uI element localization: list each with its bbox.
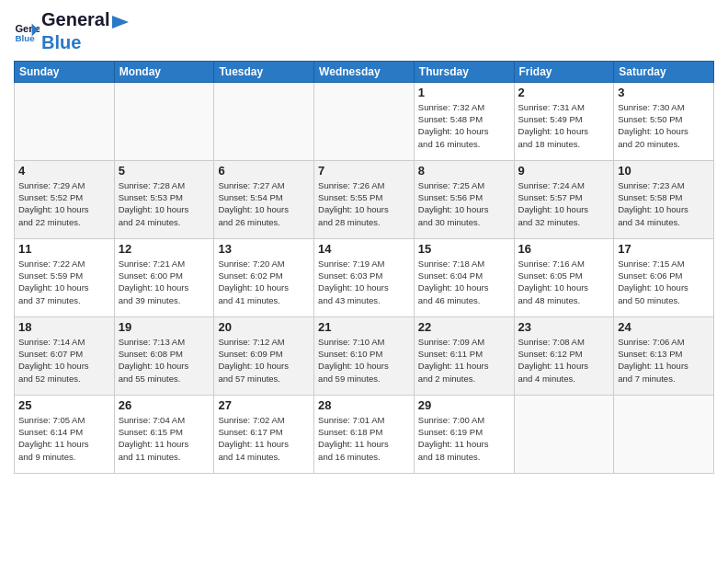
day-info: Sunrise: 7:02 AM Sunset: 6:17 PM Dayligh… [218, 414, 310, 463]
day-info: Sunrise: 7:16 AM Sunset: 6:05 PM Dayligh… [518, 258, 610, 306]
calendar-cell: 16Sunrise: 7:16 AM Sunset: 6:05 PM Dayli… [514, 238, 614, 316]
day-info: Sunrise: 7:08 AM Sunset: 6:12 PM Dayligh… [518, 336, 610, 385]
day-info: Sunrise: 7:13 AM Sunset: 6:08 PM Dayligh… [119, 336, 210, 385]
weekday-header-saturday: Saturday [614, 61, 714, 82]
calendar-cell: 20Sunrise: 7:12 AM Sunset: 6:09 PM Dayli… [214, 316, 314, 395]
day-number: 28 [318, 398, 410, 412]
calendar-week-4: 18Sunrise: 7:14 AM Sunset: 6:07 PM Dayli… [15, 316, 714, 395]
day-info: Sunrise: 7:31 AM Sunset: 5:49 PM Dayligh… [518, 101, 610, 150]
weekday-header-tuesday: Tuesday [214, 61, 314, 82]
day-info: Sunrise: 7:25 AM Sunset: 5:56 PM Dayligh… [418, 179, 510, 228]
calendar-cell: 7Sunrise: 7:26 AM Sunset: 5:55 PM Daylig… [314, 160, 415, 238]
calendar-week-2: 4Sunrise: 7:29 AM Sunset: 5:52 PM Daylig… [15, 160, 714, 238]
calendar-cell [314, 82, 415, 160]
calendar-cell: 18Sunrise: 7:14 AM Sunset: 6:07 PM Dayli… [15, 316, 115, 395]
calendar-cell [514, 395, 614, 473]
calendar-cell: 8Sunrise: 7:25 AM Sunset: 5:56 PM Daylig… [414, 160, 514, 238]
day-info: Sunrise: 7:09 AM Sunset: 6:11 PM Dayligh… [418, 336, 510, 385]
calendar-cell [114, 82, 214, 160]
calendar-table: SundayMondayTuesdayWednesdayThursdayFrid… [14, 61, 714, 474]
day-info: Sunrise: 7:18 AM Sunset: 6:04 PM Dayligh… [418, 258, 510, 306]
calendar-cell: 22Sunrise: 7:09 AM Sunset: 6:11 PM Dayli… [414, 316, 514, 395]
day-number: 6 [218, 164, 310, 178]
svg-text:Blue: Blue [15, 32, 35, 42]
day-number: 3 [618, 86, 710, 99]
day-number: 2 [518, 86, 610, 99]
calendar-cell: 23Sunrise: 7:08 AM Sunset: 6:12 PM Dayli… [514, 316, 614, 395]
day-number: 19 [119, 320, 210, 334]
calendar-cell: 1Sunrise: 7:32 AM Sunset: 5:48 PM Daylig… [414, 82, 514, 160]
day-info: Sunrise: 7:12 AM Sunset: 6:09 PM Dayligh… [218, 336, 310, 385]
calendar-cell: 27Sunrise: 7:02 AM Sunset: 6:17 PM Dayli… [214, 395, 314, 473]
calendar-week-5: 25Sunrise: 7:05 AM Sunset: 6:14 PM Dayli… [15, 395, 714, 473]
logo-general: General [41, 9, 109, 29]
calendar-cell [614, 395, 714, 473]
day-info: Sunrise: 7:00 AM Sunset: 6:19 PM Dayligh… [418, 414, 510, 463]
day-number: 14 [318, 242, 410, 256]
calendar-cell: 6Sunrise: 7:27 AM Sunset: 5:54 PM Daylig… [214, 160, 314, 238]
day-info: Sunrise: 7:05 AM Sunset: 6:14 PM Dayligh… [18, 414, 110, 463]
day-info: Sunrise: 7:19 AM Sunset: 6:03 PM Dayligh… [318, 258, 410, 306]
calendar-cell: 2Sunrise: 7:31 AM Sunset: 5:49 PM Daylig… [514, 82, 614, 160]
weekday-header-sunday: Sunday [15, 61, 115, 82]
day-number: 8 [418, 164, 510, 178]
header: General Blue General Blue [14, 9, 714, 53]
day-number: 23 [518, 320, 610, 334]
day-info: Sunrise: 7:06 AM Sunset: 6:13 PM Dayligh… [618, 336, 710, 385]
day-number: 26 [119, 398, 210, 412]
calendar-cell: 15Sunrise: 7:18 AM Sunset: 6:04 PM Dayli… [414, 238, 514, 316]
day-number: 9 [518, 164, 610, 178]
day-number: 16 [518, 242, 610, 256]
day-info: Sunrise: 7:27 AM Sunset: 5:54 PM Dayligh… [218, 179, 310, 228]
calendar-cell: 28Sunrise: 7:01 AM Sunset: 6:18 PM Dayli… [314, 395, 415, 473]
calendar-cell [214, 82, 314, 160]
weekday-header-wednesday: Wednesday [314, 61, 415, 82]
calendar-cell: 25Sunrise: 7:05 AM Sunset: 6:14 PM Dayli… [15, 395, 115, 473]
day-number: 22 [418, 320, 510, 334]
calendar-week-1: 1Sunrise: 7:32 AM Sunset: 5:48 PM Daylig… [15, 82, 714, 160]
calendar-week-3: 11Sunrise: 7:22 AM Sunset: 5:59 PM Dayli… [15, 238, 714, 316]
calendar-cell: 17Sunrise: 7:15 AM Sunset: 6:06 PM Dayli… [614, 238, 714, 316]
day-number: 18 [18, 320, 110, 334]
weekday-header-thursday: Thursday [414, 61, 514, 82]
day-number: 10 [618, 164, 710, 178]
logo-arrow [110, 12, 131, 32]
day-info: Sunrise: 7:22 AM Sunset: 5:59 PM Dayligh… [18, 258, 110, 306]
calendar-cell: 9Sunrise: 7:24 AM Sunset: 5:57 PM Daylig… [514, 160, 614, 238]
day-number: 24 [618, 320, 710, 334]
calendar-cell: 24Sunrise: 7:06 AM Sunset: 6:13 PM Dayli… [614, 316, 714, 395]
calendar-cell: 29Sunrise: 7:00 AM Sunset: 6:19 PM Dayli… [414, 395, 514, 473]
day-number: 21 [318, 320, 410, 334]
day-number: 5 [119, 164, 210, 178]
logo-blue: Blue [41, 32, 81, 52]
calendar-cell: 13Sunrise: 7:20 AM Sunset: 6:02 PM Dayli… [214, 238, 314, 316]
day-info: Sunrise: 7:21 AM Sunset: 6:00 PM Dayligh… [119, 258, 210, 306]
logo-icon: General Blue [14, 18, 40, 44]
calendar-cell: 3Sunrise: 7:30 AM Sunset: 5:50 PM Daylig… [614, 82, 714, 160]
calendar-cell [15, 82, 115, 160]
logo: General Blue General Blue [14, 9, 131, 53]
day-number: 11 [18, 242, 110, 256]
day-info: Sunrise: 7:30 AM Sunset: 5:50 PM Dayligh… [618, 101, 710, 150]
calendar-cell: 12Sunrise: 7:21 AM Sunset: 6:00 PM Dayli… [114, 238, 214, 316]
calendar-cell: 11Sunrise: 7:22 AM Sunset: 5:59 PM Dayli… [15, 238, 115, 316]
day-number: 25 [18, 398, 110, 412]
day-number: 15 [418, 242, 510, 256]
day-info: Sunrise: 7:29 AM Sunset: 5:52 PM Dayligh… [18, 179, 110, 228]
page: General Blue General Blue SundayMondayTu… [0, 0, 728, 563]
calendar-cell: 21Sunrise: 7:10 AM Sunset: 6:10 PM Dayli… [314, 316, 415, 395]
calendar-cell: 10Sunrise: 7:23 AM Sunset: 5:58 PM Dayli… [614, 160, 714, 238]
day-info: Sunrise: 7:32 AM Sunset: 5:48 PM Dayligh… [418, 101, 510, 150]
day-info: Sunrise: 7:01 AM Sunset: 6:18 PM Dayligh… [318, 414, 410, 463]
calendar-cell: 19Sunrise: 7:13 AM Sunset: 6:08 PM Dayli… [114, 316, 214, 395]
svg-marker-3 [112, 16, 129, 29]
day-number: 1 [418, 86, 510, 99]
day-info: Sunrise: 7:14 AM Sunset: 6:07 PM Dayligh… [18, 336, 110, 385]
weekday-header-row: SundayMondayTuesdayWednesdayThursdayFrid… [15, 61, 714, 82]
day-number: 17 [618, 242, 710, 256]
day-info: Sunrise: 7:28 AM Sunset: 5:53 PM Dayligh… [119, 179, 210, 228]
day-info: Sunrise: 7:26 AM Sunset: 5:55 PM Dayligh… [318, 179, 410, 228]
day-number: 27 [218, 398, 310, 412]
day-info: Sunrise: 7:20 AM Sunset: 6:02 PM Dayligh… [218, 258, 310, 306]
day-number: 12 [119, 242, 210, 256]
